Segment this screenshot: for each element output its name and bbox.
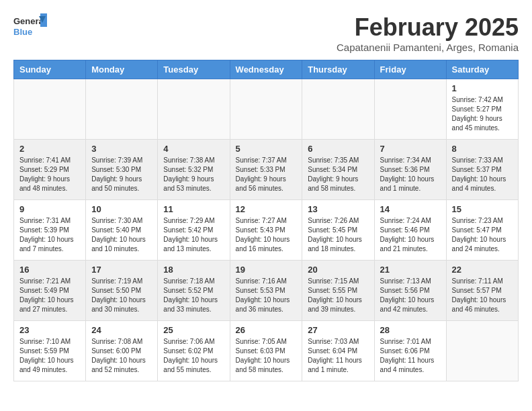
calendar-day-cell: 8Sunrise: 7:33 AM Sunset: 5:37 PM Daylig…: [446, 140, 518, 200]
day-info: Sunrise: 7:37 AM Sunset: 5:33 PM Dayligh…: [236, 156, 297, 193]
day-number: 12: [236, 204, 297, 214]
logo-svg: General Blue: [13, 13, 47, 42]
calendar-day-cell: 2Sunrise: 7:41 AM Sunset: 5:29 PM Daylig…: [14, 140, 86, 200]
month-title: February 2025: [337, 13, 519, 42]
calendar-day-cell: 17Sunrise: 7:19 AM Sunset: 5:50 PM Dayli…: [86, 261, 158, 321]
calendar-week-row: 16Sunrise: 7:21 AM Sunset: 5:49 PM Dayli…: [14, 261, 519, 321]
day-info: Sunrise: 7:08 AM Sunset: 6:00 PM Dayligh…: [91, 337, 152, 375]
weekday-header-thursday: Thursday: [302, 60, 374, 79]
calendar-day-cell: 4Sunrise: 7:38 AM Sunset: 5:32 PM Daylig…: [158, 140, 230, 200]
day-info: Sunrise: 7:01 AM Sunset: 6:06 PM Dayligh…: [380, 337, 441, 375]
day-number: 2: [19, 144, 80, 154]
day-number: 8: [452, 144, 513, 154]
day-info: Sunrise: 7:30 AM Sunset: 5:40 PM Dayligh…: [91, 216, 152, 254]
calendar-day-cell: 7Sunrise: 7:34 AM Sunset: 5:36 PM Daylig…: [374, 140, 446, 200]
calendar-day-cell: [86, 79, 158, 140]
calendar-day-cell: 18Sunrise: 7:18 AM Sunset: 5:52 PM Dayli…: [158, 261, 230, 321]
day-info: Sunrise: 7:31 AM Sunset: 5:39 PM Dayligh…: [19, 216, 80, 254]
calendar-day-cell: [374, 79, 446, 140]
day-number: 11: [163, 204, 224, 214]
day-info: Sunrise: 7:34 AM Sunset: 5:36 PM Dayligh…: [380, 156, 441, 193]
day-number: 27: [308, 325, 368, 335]
weekday-header-sunday: Sunday: [14, 60, 86, 79]
day-info: Sunrise: 7:16 AM Sunset: 5:53 PM Dayligh…: [236, 277, 297, 314]
day-info: Sunrise: 7:35 AM Sunset: 5:34 PM Dayligh…: [308, 156, 368, 193]
calendar-table: SundayMondayTuesdayWednesdayThursdayFrid…: [13, 60, 519, 381]
day-number: 25: [163, 325, 224, 335]
calendar-day-cell: 20Sunrise: 7:15 AM Sunset: 5:55 PM Dayli…: [302, 261, 374, 321]
day-info: Sunrise: 7:26 AM Sunset: 5:45 PM Dayligh…: [308, 216, 368, 254]
calendar-week-row: 9Sunrise: 7:31 AM Sunset: 5:39 PM Daylig…: [14, 200, 519, 261]
weekday-header-monday: Monday: [86, 60, 158, 79]
day-info: Sunrise: 7:27 AM Sunset: 5:43 PM Dayligh…: [236, 216, 297, 254]
day-number: 17: [91, 265, 152, 275]
calendar-day-cell: 16Sunrise: 7:21 AM Sunset: 5:49 PM Dayli…: [14, 261, 86, 321]
calendar-day-cell: 10Sunrise: 7:30 AM Sunset: 5:40 PM Dayli…: [86, 200, 158, 261]
calendar-day-cell: 1Sunrise: 7:42 AM Sunset: 5:27 PM Daylig…: [446, 79, 518, 140]
calendar-day-cell: 28Sunrise: 7:01 AM Sunset: 6:06 PM Dayli…: [374, 321, 446, 381]
calendar-day-cell: 6Sunrise: 7:35 AM Sunset: 5:34 PM Daylig…: [302, 140, 374, 200]
calendar-day-cell: 15Sunrise: 7:23 AM Sunset: 5:47 PM Dayli…: [446, 200, 518, 261]
calendar-week-row: 23Sunrise: 7:10 AM Sunset: 5:59 PM Dayli…: [14, 321, 519, 381]
calendar-day-cell: [14, 79, 86, 140]
weekday-header-row: SundayMondayTuesdayWednesdayThursdayFrid…: [14, 60, 519, 79]
day-number: 1: [452, 83, 513, 93]
day-number: 24: [91, 325, 152, 335]
calendar-day-cell: [302, 79, 374, 140]
calendar-day-cell: 22Sunrise: 7:11 AM Sunset: 5:57 PM Dayli…: [446, 261, 518, 321]
day-number: 19: [236, 265, 297, 275]
calendar-day-cell: 11Sunrise: 7:29 AM Sunset: 5:42 PM Dayli…: [158, 200, 230, 261]
day-number: 16: [19, 265, 80, 275]
day-number: 20: [308, 265, 368, 275]
calendar-day-cell: 3Sunrise: 7:39 AM Sunset: 5:30 PM Daylig…: [86, 140, 158, 200]
calendar-week-row: 1Sunrise: 7:42 AM Sunset: 5:27 PM Daylig…: [14, 79, 519, 140]
weekday-header-saturday: Saturday: [446, 60, 518, 79]
day-info: Sunrise: 7:06 AM Sunset: 6:02 PM Dayligh…: [163, 337, 224, 375]
day-number: 13: [308, 204, 368, 214]
calendar-day-cell: 23Sunrise: 7:10 AM Sunset: 5:59 PM Dayli…: [14, 321, 86, 381]
day-number: 22: [452, 265, 513, 275]
day-info: Sunrise: 7:38 AM Sunset: 5:32 PM Dayligh…: [163, 156, 224, 193]
day-info: Sunrise: 7:13 AM Sunset: 5:56 PM Dayligh…: [380, 277, 441, 314]
day-info: Sunrise: 7:42 AM Sunset: 5:27 PM Dayligh…: [452, 95, 513, 133]
svg-text:Blue: Blue: [13, 27, 32, 37]
weekday-header-tuesday: Tuesday: [158, 60, 230, 79]
day-number: 18: [163, 265, 224, 275]
calendar-day-cell: [158, 79, 230, 140]
day-info: Sunrise: 7:33 AM Sunset: 5:37 PM Dayligh…: [452, 156, 513, 193]
weekday-header-friday: Friday: [374, 60, 446, 79]
calendar-day-cell: 21Sunrise: 7:13 AM Sunset: 5:56 PM Dayli…: [374, 261, 446, 321]
day-number: 14: [380, 204, 441, 214]
day-info: Sunrise: 7:18 AM Sunset: 5:52 PM Dayligh…: [163, 277, 224, 314]
calendar-day-cell: 5Sunrise: 7:37 AM Sunset: 5:33 PM Daylig…: [230, 140, 302, 200]
day-info: Sunrise: 7:41 AM Sunset: 5:29 PM Dayligh…: [19, 156, 80, 193]
day-info: Sunrise: 7:11 AM Sunset: 5:57 PM Dayligh…: [452, 277, 513, 314]
weekday-header-wednesday: Wednesday: [230, 60, 302, 79]
day-info: Sunrise: 7:39 AM Sunset: 5:30 PM Dayligh…: [91, 156, 152, 193]
day-number: 10: [91, 204, 152, 214]
day-number: 5: [236, 144, 297, 154]
calendar-day-cell: 13Sunrise: 7:26 AM Sunset: 5:45 PM Dayli…: [302, 200, 374, 261]
day-info: Sunrise: 7:23 AM Sunset: 5:47 PM Dayligh…: [452, 216, 513, 254]
day-number: 26: [236, 325, 297, 335]
calendar-day-cell: 27Sunrise: 7:03 AM Sunset: 6:04 PM Dayli…: [302, 321, 374, 381]
calendar-day-cell: 9Sunrise: 7:31 AM Sunset: 5:39 PM Daylig…: [14, 200, 86, 261]
calendar-day-cell: 12Sunrise: 7:27 AM Sunset: 5:43 PM Dayli…: [230, 200, 302, 261]
header: General Blue February 2025 Capatanenii P…: [13, 13, 519, 53]
day-number: 4: [163, 144, 224, 154]
location-subtitle: Capatanenii Pamanteni, Arges, Romania: [337, 42, 519, 53]
day-info: Sunrise: 7:21 AM Sunset: 5:49 PM Dayligh…: [19, 277, 80, 314]
day-number: 7: [380, 144, 441, 154]
day-number: 28: [380, 325, 441, 335]
day-number: 15: [452, 204, 513, 214]
day-info: Sunrise: 7:05 AM Sunset: 6:03 PM Dayligh…: [236, 337, 297, 375]
calendar-day-cell: 14Sunrise: 7:24 AM Sunset: 5:46 PM Dayli…: [374, 200, 446, 261]
day-number: 21: [380, 265, 441, 275]
calendar-day-cell: 24Sunrise: 7:08 AM Sunset: 6:00 PM Dayli…: [86, 321, 158, 381]
calendar-day-cell: 19Sunrise: 7:16 AM Sunset: 5:53 PM Dayli…: [230, 261, 302, 321]
calendar-day-cell: 26Sunrise: 7:05 AM Sunset: 6:03 PM Dayli…: [230, 321, 302, 381]
logo: General Blue: [13, 13, 47, 42]
day-number: 3: [91, 144, 152, 154]
day-info: Sunrise: 7:15 AM Sunset: 5:55 PM Dayligh…: [308, 277, 368, 314]
day-info: Sunrise: 7:19 AM Sunset: 5:50 PM Dayligh…: [91, 277, 152, 314]
